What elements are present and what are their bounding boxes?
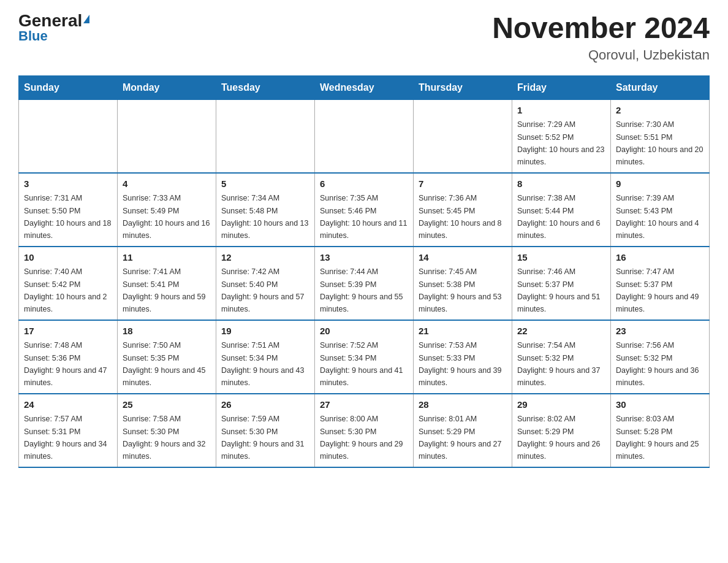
- day-number: 25: [123, 398, 211, 412]
- calendar-cell: 27Sunrise: 8:00 AMSunset: 5:30 PMDayligh…: [315, 394, 414, 467]
- calendar-cell: 29Sunrise: 8:02 AMSunset: 5:29 PMDayligh…: [512, 394, 611, 467]
- day-info: Sunrise: 7:50 AMSunset: 5:35 PMDaylight:…: [123, 341, 206, 387]
- calendar-cell: 12Sunrise: 7:42 AMSunset: 5:40 PMDayligh…: [216, 247, 315, 320]
- day-number: 14: [419, 251, 507, 265]
- logo-blue-text: Blue: [18, 29, 48, 43]
- calendar-cell: 10Sunrise: 7:40 AMSunset: 5:42 PMDayligh…: [19, 247, 118, 320]
- day-info: Sunrise: 8:02 AMSunset: 5:29 PMDaylight:…: [517, 415, 601, 461]
- calendar-cell: 21Sunrise: 7:53 AMSunset: 5:33 PMDayligh…: [414, 320, 512, 394]
- calendar-cell: 18Sunrise: 7:50 AMSunset: 5:35 PMDayligh…: [118, 320, 216, 394]
- day-number: 30: [616, 398, 704, 412]
- calendar-header-wednesday: Wednesday: [315, 75, 414, 99]
- day-number: 7: [419, 177, 507, 191]
- day-number: 23: [616, 324, 704, 339]
- day-info: Sunrise: 7:56 AMSunset: 5:32 PMDaylight:…: [616, 341, 699, 387]
- day-number: 17: [24, 324, 112, 339]
- calendar-cell: [118, 99, 216, 173]
- day-number: 12: [221, 251, 309, 265]
- calendar-cell: [216, 99, 315, 173]
- logo-general-text: General: [18, 12, 82, 29]
- day-info: Sunrise: 7:38 AMSunset: 5:44 PMDaylight:…: [517, 194, 601, 240]
- calendar-cell: 7Sunrise: 7:36 AMSunset: 5:45 PMDaylight…: [414, 173, 512, 247]
- calendar-week-row: 10Sunrise: 7:40 AMSunset: 5:42 PMDayligh…: [19, 247, 710, 320]
- day-number: 8: [517, 177, 605, 191]
- calendar-cell: 30Sunrise: 8:03 AMSunset: 5:28 PMDayligh…: [611, 394, 710, 467]
- calendar-cell: 17Sunrise: 7:48 AMSunset: 5:36 PMDayligh…: [19, 320, 118, 394]
- calendar-cell: 19Sunrise: 7:51 AMSunset: 5:34 PMDayligh…: [216, 320, 315, 394]
- day-number: 9: [616, 177, 704, 191]
- day-number: 20: [320, 324, 408, 339]
- day-number: 28: [419, 398, 507, 412]
- calendar-header-friday: Friday: [512, 75, 611, 99]
- day-info: Sunrise: 7:45 AMSunset: 5:38 PMDaylight:…: [419, 267, 502, 313]
- day-number: 4: [123, 177, 211, 191]
- day-number: 24: [24, 398, 112, 412]
- calendar-cell: 2Sunrise: 7:30 AMSunset: 5:51 PMDaylight…: [611, 99, 710, 173]
- day-number: 3: [24, 177, 112, 191]
- calendar-cell: [19, 99, 118, 173]
- day-info: Sunrise: 7:47 AMSunset: 5:37 PMDaylight:…: [616, 267, 699, 313]
- day-info: Sunrise: 8:00 AMSunset: 5:30 PMDaylight:…: [320, 415, 403, 461]
- calendar-header-tuesday: Tuesday: [216, 75, 315, 99]
- title-area: November 2024 Qorovul, Uzbekistan: [492, 12, 710, 63]
- calendar-week-row: 3Sunrise: 7:31 AMSunset: 5:50 PMDaylight…: [19, 173, 710, 247]
- header: General Blue November 2024 Qorovul, Uzbe…: [18, 12, 710, 63]
- day-info: Sunrise: 7:39 AMSunset: 5:43 PMDaylight:…: [616, 194, 699, 240]
- day-info: Sunrise: 7:53 AMSunset: 5:33 PMDaylight:…: [419, 341, 502, 387]
- day-info: Sunrise: 7:59 AMSunset: 5:30 PMDaylight:…: [221, 415, 305, 461]
- calendar-cell: [414, 99, 512, 173]
- calendar-header-saturday: Saturday: [611, 75, 710, 99]
- day-info: Sunrise: 7:57 AMSunset: 5:31 PMDaylight:…: [24, 415, 107, 461]
- day-info: Sunrise: 7:31 AMSunset: 5:50 PMDaylight:…: [24, 194, 111, 240]
- calendar-cell: 23Sunrise: 7:56 AMSunset: 5:32 PMDayligh…: [611, 320, 710, 394]
- day-info: Sunrise: 7:36 AMSunset: 5:45 PMDaylight:…: [419, 194, 502, 240]
- day-number: 6: [320, 177, 408, 191]
- day-info: Sunrise: 7:41 AMSunset: 5:41 PMDaylight:…: [123, 267, 206, 313]
- calendar-location: Qorovul, Uzbekistan: [492, 47, 710, 63]
- day-number: 10: [24, 251, 112, 265]
- calendar-week-row: 24Sunrise: 7:57 AMSunset: 5:31 PMDayligh…: [19, 394, 710, 467]
- calendar-header-row: SundayMondayTuesdayWednesdayThursdayFrid…: [19, 75, 710, 99]
- day-info: Sunrise: 8:01 AMSunset: 5:29 PMDaylight:…: [419, 415, 502, 461]
- day-number: 19: [221, 324, 309, 339]
- calendar-cell: 4Sunrise: 7:33 AMSunset: 5:49 PMDaylight…: [118, 173, 216, 247]
- day-number: 26: [221, 398, 309, 412]
- day-number: 15: [517, 251, 605, 265]
- calendar-cell: 20Sunrise: 7:52 AMSunset: 5:34 PMDayligh…: [315, 320, 414, 394]
- day-info: Sunrise: 7:40 AMSunset: 5:42 PMDaylight:…: [24, 267, 107, 313]
- calendar-cell: 15Sunrise: 7:46 AMSunset: 5:37 PMDayligh…: [512, 247, 611, 320]
- calendar-cell: 16Sunrise: 7:47 AMSunset: 5:37 PMDayligh…: [611, 247, 710, 320]
- calendar-week-row: 1Sunrise: 7:29 AMSunset: 5:52 PMDaylight…: [19, 99, 710, 173]
- day-number: 11: [123, 251, 211, 265]
- calendar-cell: 24Sunrise: 7:57 AMSunset: 5:31 PMDayligh…: [19, 394, 118, 467]
- day-info: Sunrise: 7:51 AMSunset: 5:34 PMDaylight:…: [221, 341, 305, 387]
- calendar-cell: 6Sunrise: 7:35 AMSunset: 5:46 PMDaylight…: [315, 173, 414, 247]
- calendar-week-row: 17Sunrise: 7:48 AMSunset: 5:36 PMDayligh…: [19, 320, 710, 394]
- calendar-cell: 14Sunrise: 7:45 AMSunset: 5:38 PMDayligh…: [414, 247, 512, 320]
- calendar-cell: 22Sunrise: 7:54 AMSunset: 5:32 PMDayligh…: [512, 320, 611, 394]
- calendar-header-monday: Monday: [118, 75, 216, 99]
- logo: General Blue: [18, 12, 89, 43]
- day-info: Sunrise: 7:46 AMSunset: 5:37 PMDaylight:…: [517, 267, 601, 313]
- calendar-header-thursday: Thursday: [414, 75, 512, 99]
- day-number: 1: [517, 104, 605, 118]
- calendar-cell: 1Sunrise: 7:29 AMSunset: 5:52 PMDaylight…: [512, 99, 611, 173]
- calendar-cell: 13Sunrise: 7:44 AMSunset: 5:39 PMDayligh…: [315, 247, 414, 320]
- calendar-cell: 25Sunrise: 7:58 AMSunset: 5:30 PMDayligh…: [118, 394, 216, 467]
- calendar-cell: 3Sunrise: 7:31 AMSunset: 5:50 PMDaylight…: [19, 173, 118, 247]
- calendar-cell: 5Sunrise: 7:34 AMSunset: 5:48 PMDaylight…: [216, 173, 315, 247]
- day-number: 29: [517, 398, 605, 412]
- calendar-cell: 26Sunrise: 7:59 AMSunset: 5:30 PMDayligh…: [216, 394, 315, 467]
- day-number: 27: [320, 398, 408, 412]
- day-info: Sunrise: 7:52 AMSunset: 5:34 PMDaylight:…: [320, 341, 403, 387]
- calendar-title: November 2024: [492, 12, 710, 45]
- day-number: 13: [320, 251, 408, 265]
- day-info: Sunrise: 7:33 AMSunset: 5:49 PMDaylight:…: [123, 194, 210, 240]
- calendar-cell: 28Sunrise: 8:01 AMSunset: 5:29 PMDayligh…: [414, 394, 512, 467]
- day-number: 21: [419, 324, 507, 339]
- calendar-header-sunday: Sunday: [19, 75, 118, 99]
- calendar-cell: [315, 99, 414, 173]
- day-info: Sunrise: 8:03 AMSunset: 5:28 PMDaylight:…: [616, 415, 699, 461]
- day-info: Sunrise: 7:42 AMSunset: 5:40 PMDaylight:…: [221, 267, 305, 313]
- day-info: Sunrise: 7:48 AMSunset: 5:36 PMDaylight:…: [24, 341, 107, 387]
